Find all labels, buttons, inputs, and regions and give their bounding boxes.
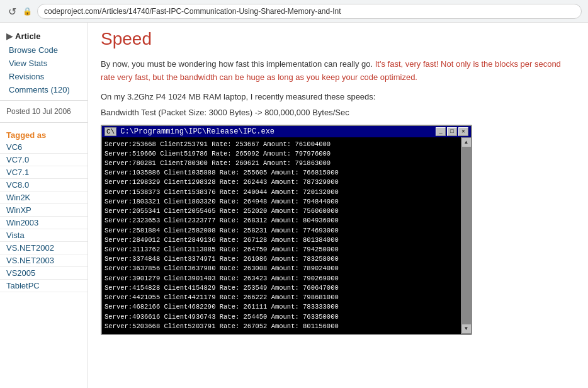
- console-line: Server:4421055 Client4421179 Rate: 26622…: [105, 293, 458, 302]
- console-line: Server:3113762 Client3113885 Rate: 26475…: [105, 245, 458, 254]
- console-line: Server:4936616 Client4936743 Rate: 25445…: [105, 312, 458, 322]
- minimize-button[interactable]: _: [436, 127, 446, 136]
- highlight-text: It's fast, very fast! Not only is the bl…: [101, 59, 561, 82]
- intro-paragraph: By now, you must be wondering how fast t…: [101, 58, 575, 84]
- scroll-track[interactable]: [461, 147, 471, 324]
- url-bar[interactable]: [37, 4, 582, 19]
- sidebar-posted: Posted 10 Jul 2006: [0, 105, 88, 118]
- console-line: Server:3374848 Client3374971 Rate: 26108…: [105, 254, 458, 264]
- console-line: Server:3901279 Client3901403 Rate: 26342…: [105, 274, 458, 283]
- console-line: Server:5203668 Client5203791 Rate: 26705…: [105, 322, 458, 331]
- console-line: Server:1298329 Client1298328 Rate: 26244…: [105, 178, 458, 187]
- console-body: Server:253668 Client253791 Rate: 253667 …: [102, 137, 461, 334]
- console-line: Server:519660 Client519786 Rate: 265992 …: [105, 149, 458, 159]
- sidebar-article-title: ▶Article: [0, 28, 88, 43]
- lock-icon: 🔒: [23, 7, 32, 16]
- sidebar-item-view-stats[interactable]: View Stats: [0, 57, 88, 70]
- sidebar-tag-vs.net2002[interactable]: VS.NET2002: [0, 242, 88, 254]
- console-window-buttons: _ □ ✕: [436, 127, 468, 136]
- console-icon: C\: [105, 127, 116, 136]
- sidebar-item-browse-code[interactable]: Browse Code: [0, 43, 88, 57]
- sidebar-tagged-label: Tagged as: [0, 127, 88, 141]
- console-line: Server:2055341 Client2055465 Rate: 25202…: [105, 207, 458, 216]
- browser-bar: ↺ 🔒: [0, 0, 588, 23]
- console-line: Server:2323653 Client2323777 Rate: 26831…: [105, 216, 458, 225]
- console-line: Server:1035886 Client1035888 Rate: 25560…: [105, 168, 458, 178]
- console-body-area: Server:253668 Client253791 Rate: 253667 …: [102, 137, 471, 334]
- console-line: Server:1538373 Client1538376 Rate: 24004…: [105, 188, 458, 197]
- sidebar-tag-vista[interactable]: Vista: [0, 229, 88, 242]
- page-container: ▶Article Browse Code View Stats Revision…: [0, 23, 588, 388]
- console-line: Server:1803321 Client1803320 Rate: 26494…: [105, 197, 458, 207]
- restore-button[interactable]: □: [447, 127, 457, 136]
- speed-line: On my 3.2Ghz P4 1024 MB RAM laptop, I re…: [101, 92, 575, 101]
- sidebar-tag-vc7.0[interactable]: VC7.0: [0, 154, 88, 166]
- bandwidth-line: Bandwidth Test (Packet Size: 3000 Bytes)…: [101, 108, 575, 117]
- sidebar-tag-winxp[interactable]: WinXP: [0, 204, 88, 217]
- sidebar-tag-vc6[interactable]: VC6: [0, 141, 88, 154]
- scroll-down-button[interactable]: ▼: [461, 324, 472, 334]
- main-content: Speed By now, you must be wondering how …: [88, 23, 588, 388]
- sidebar-tag-win2k[interactable]: Win2K: [0, 191, 88, 204]
- scroll-up-button[interactable]: ▲: [461, 137, 472, 147]
- sidebar-tag-vs.net2003[interactable]: VS.NET2003: [0, 254, 88, 267]
- console-line: Server:2849012 Client2849136 Rate: 26712…: [105, 236, 458, 245]
- sidebar-item-revisions[interactable]: Revisions: [0, 70, 88, 83]
- console-window: C\ C:\Programming\IPC\Release\IPC.exe _ …: [101, 125, 472, 335]
- sidebar-arrow: ▶: [6, 31, 13, 41]
- sidebar-item-comments[interactable]: Comments (120): [0, 83, 88, 96]
- reload-button[interactable]: ↺: [6, 6, 18, 17]
- console-titlebar: C\ C:\Programming\IPC\Release\IPC.exe _ …: [102, 126, 471, 137]
- console-title: C:\Programming\IPC\Release\IPC.exe: [120, 127, 436, 136]
- sidebar-tag-win2003[interactable]: Win2003: [0, 217, 88, 229]
- sidebar-tag-tabletpc[interactable]: TabletPC: [0, 280, 88, 292]
- close-button[interactable]: ✕: [458, 127, 468, 136]
- console-line: Server:4154828 Client4154829 Rate: 25354…: [105, 283, 458, 293]
- console-line: Server:253668 Client253791 Rate: 253667 …: [105, 140, 458, 149]
- sidebar-tag-vc8.0[interactable]: VC8.0: [0, 179, 88, 191]
- tags-list: VC6VC7.0VC7.1VC8.0Win2KWinXPWin2003Vista…: [0, 141, 88, 292]
- console-scrollbar[interactable]: ▲ ▼: [461, 137, 471, 334]
- console-line: Server:4682166 Client4682290 Rate: 26111…: [105, 302, 458, 312]
- console-line: Server:2581884 Client2582008 Rate: 25823…: [105, 226, 458, 236]
- sidebar-tag-vc7.1[interactable]: VC7.1: [0, 166, 88, 179]
- sidebar-tag-vs2005[interactable]: VS2005: [0, 267, 88, 280]
- sidebar: ▶Article Browse Code View Stats Revision…: [0, 23, 88, 388]
- page-heading: Speed: [101, 29, 575, 49]
- console-line: Server:780281 Client780300 Rate: 260621 …: [105, 159, 458, 168]
- console-line: Server:3637856 Client3637980 Rate: 26300…: [105, 264, 458, 273]
